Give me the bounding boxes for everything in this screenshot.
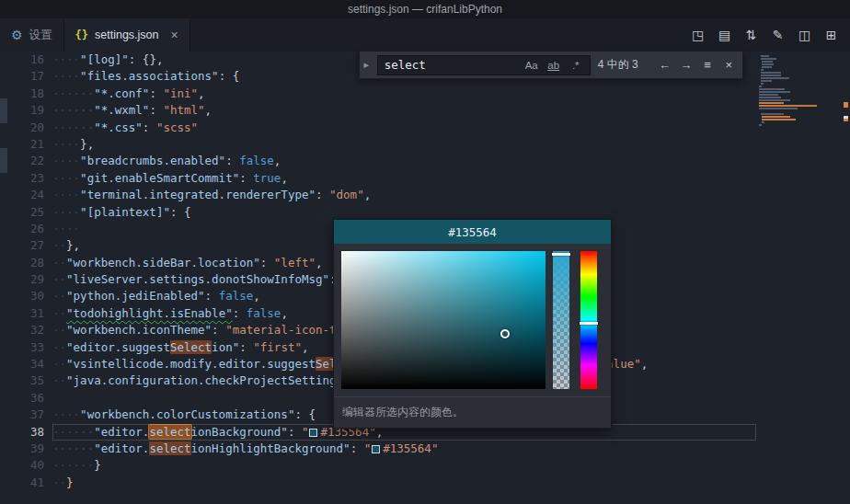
close-tab-icon[interactable]: ×	[171, 28, 178, 42]
line-number: 22	[7, 153, 44, 169]
split-editor-icon[interactable]: ◫	[791, 18, 818, 52]
whole-word-toggle[interactable]: ab	[544, 60, 564, 71]
synchronize-icon[interactable]: ⇅	[738, 18, 764, 52]
json-braces-icon: {}	[75, 29, 88, 40]
regex-toggle[interactable]: .*	[566, 60, 586, 71]
open-preview-icon[interactable]: ▤	[711, 18, 738, 52]
code-line-text: ····"breadcrumbs.enabled": false,	[52, 153, 756, 169]
whitespace-dots: ······	[52, 425, 94, 439]
color-swatch[interactable]	[372, 445, 380, 453]
next-match-button[interactable]: →	[678, 58, 694, 72]
tab-settings.json[interactable]: {}settings.json×	[64, 18, 190, 52]
code-line[interactable]: 41··}	[7, 475, 756, 491]
code-token: "[log]"	[80, 52, 129, 66]
line-number: 27	[7, 237, 44, 254]
code-token: ,	[198, 86, 205, 100]
code-token: "files.associations"	[80, 69, 219, 83]
whitespace-dots: ····	[52, 407, 80, 421]
code-token: ,	[364, 188, 372, 201]
code-token: {	[233, 69, 240, 83]
left-decoration-strip	[0, 52, 7, 504]
code-token: "left"	[274, 256, 316, 269]
line-number: 31	[7, 305, 44, 322]
code-token: false	[247, 306, 281, 320]
line-number: 35	[7, 372, 44, 389]
whitespace-dots: ····	[52, 222, 80, 235]
code-line[interactable]: 24····"terminal.integrated.rendererType"…	[7, 187, 756, 203]
open-changes-icon[interactable]: ◳	[684, 18, 711, 52]
opacity-indicator[interactable]	[552, 253, 570, 256]
whitespace-dots: ··	[52, 289, 66, 303]
minimap-line	[759, 86, 762, 87]
color-picker-handle[interactable]	[500, 329, 510, 338]
code-token: "editor.	[94, 425, 149, 439]
code-line-text: ····"terminal.integrated.rendererType": …	[52, 187, 756, 203]
code-token: ion"	[212, 340, 239, 354]
code-token: #135564"	[383, 441, 438, 455]
whitespace-dots: ····	[52, 52, 80, 66]
whitespace-dots: ··	[52, 256, 66, 269]
opacity-strip[interactable]	[553, 251, 569, 389]
tab-list: ⚙设置{}settings.json×	[0, 18, 190, 52]
match-count: 4 中的 3	[596, 57, 651, 73]
whitespace-dots: ··	[52, 340, 66, 354]
code-token: :	[260, 256, 274, 269]
whitespace-dots: ····	[52, 205, 80, 219]
code-token: {},	[143, 52, 164, 66]
line-number: 21	[7, 136, 44, 153]
minimap-line	[759, 97, 781, 98]
line-number: 25	[7, 204, 44, 221]
line-number: 17	[7, 68, 44, 85]
color-swatch[interactable]	[309, 429, 317, 437]
find-in-selection-button[interactable]: ≡	[699, 58, 715, 72]
code-line[interactable]: 22····"breadcrumbs.enabled": false,	[7, 153, 756, 169]
code-token: "todohighlight.isEnable"	[66, 306, 233, 320]
minimap[interactable]	[756, 52, 850, 504]
code-token: :	[350, 441, 364, 455]
minimap-line	[759, 94, 778, 96]
code-token: "editor.suggest	[66, 340, 170, 354]
line-number: 34	[7, 356, 44, 372]
saturation-box[interactable]	[341, 251, 546, 389]
edit-settings-icon[interactable]: ✎	[764, 18, 791, 52]
match-case-toggle[interactable]: Aa	[522, 60, 542, 71]
editor-layout-icon[interactable]: ⊞	[818, 18, 844, 52]
toggle-replace-chevron-icon[interactable]: ▸	[362, 59, 372, 71]
line-number: 39	[7, 441, 44, 457]
code-token: "git.enableSmartCommit"	[80, 171, 239, 185]
find-query-text[interactable]: select	[385, 58, 520, 72]
minimap-line	[762, 66, 772, 68]
code-token: {	[184, 205, 191, 219]
code-line[interactable]: 21····},	[7, 136, 756, 153]
code-line[interactable]: 39······"editor.selectionHighlightBackgr…	[7, 441, 756, 457]
code-line[interactable]: 23····"git.enableSmartCommit": true,	[7, 170, 756, 187]
line-number: 36	[7, 390, 44, 407]
code-token: false	[219, 289, 254, 303]
close-find-button[interactable]: ×	[721, 58, 737, 72]
settings-gear-icon: ⚙	[11, 29, 23, 41]
code-line[interactable]: 20······"*.css": "scss"	[7, 120, 756, 136]
code-line-text: ······"*.css": "scss"	[52, 120, 756, 136]
code-token: },	[80, 137, 94, 151]
find-input[interactable]: select Aa ab .*	[377, 55, 591, 75]
line-number: 38	[7, 424, 44, 441]
whitespace-dots: ····	[52, 171, 80, 185]
minimap-line	[762, 63, 774, 65]
code-token: "html"	[163, 103, 204, 117]
code-line[interactable]: 18······"*.conf": "ini",	[7, 86, 756, 102]
color-hex-value: #135564	[448, 225, 497, 239]
code-line[interactable]: 19······"*.wxml": "html",	[7, 102, 756, 119]
whitespace-dots: ······	[52, 86, 94, 100]
tab-设置[interactable]: ⚙设置	[0, 18, 64, 52]
hue-strip[interactable]	[580, 251, 597, 389]
code-token: :	[219, 69, 233, 83]
line-number: 19	[7, 102, 44, 119]
code-token: "workbench.colorCustomizations"	[80, 407, 294, 421]
code-line-text: ··}	[52, 475, 756, 491]
code-line[interactable]: 40······}	[7, 457, 756, 474]
vscode-window: settings.json — crifanLibPython ⚙设置{}set…	[0, 0, 850, 504]
previous-match-button[interactable]: ←	[657, 58, 672, 72]
code-token: }	[94, 458, 101, 472]
whitespace-dots: ··	[52, 238, 66, 252]
hue-indicator[interactable]	[580, 322, 598, 325]
